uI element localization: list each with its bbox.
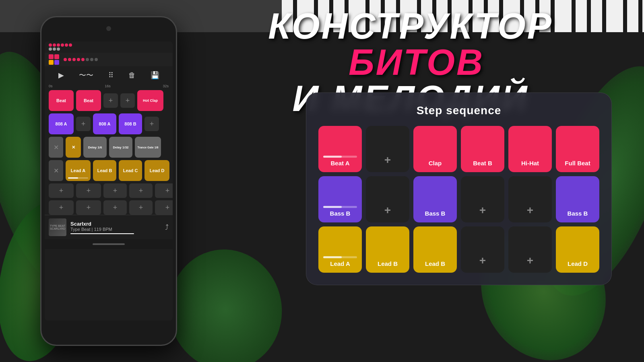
- loop-block-lead-c[interactable]: Lead C: [119, 160, 142, 181]
- add-loop-button[interactable]: +: [129, 200, 153, 215]
- add-loop-button[interactable]: +: [129, 183, 153, 198]
- pattern-indicator-dot: [77, 58, 80, 61]
- step-cell-bass-b-c[interactable]: Bass B: [556, 176, 599, 222]
- status-dot: [57, 43, 60, 47]
- pattern-indicator-dot: [81, 58, 85, 61]
- track-details: Type Beat | 119 BPM: [70, 227, 161, 232]
- track-thumbnail: TYPE BEAT SCARLXRD: [49, 218, 66, 236]
- plus-icon: +: [479, 204, 486, 217]
- step-cell-add-1[interactable]: +: [366, 126, 409, 172]
- loop-row-add2: + + + + +: [49, 200, 169, 215]
- loop-block-beat-b[interactable]: Beat: [76, 90, 101, 111]
- step-cell-label: Lead B: [378, 260, 398, 267]
- step-cell-add-4[interactable]: +: [508, 176, 552, 222]
- step-cell-label: Beat A: [331, 160, 350, 167]
- pattern-indicator-dot: [68, 58, 71, 61]
- pattern-indicator-dot: [90, 58, 93, 61]
- step-cell-label: Lead A: [330, 260, 350, 267]
- loop-add-button[interactable]: +: [120, 93, 135, 108]
- pattern-cell: [49, 60, 54, 65]
- step-cell-label: Lead D: [568, 260, 588, 267]
- step-cell-label: Bass B: [568, 210, 588, 217]
- home-bar: [93, 243, 125, 245]
- timeline-32s: 32s: [163, 84, 169, 88]
- pattern-cell: [54, 60, 59, 65]
- status-dot: [49, 47, 52, 51]
- pattern-indicator-dot: [95, 58, 98, 61]
- grid-icon[interactable]: ⠿: [108, 71, 114, 80]
- step-cell-bass-b-b[interactable]: Bass B: [413, 176, 457, 222]
- loop-block-lead-b[interactable]: Lead B: [93, 160, 116, 181]
- loop-block-808a[interactable]: 808 A: [49, 113, 74, 134]
- step-cell-add-6[interactable]: +: [508, 226, 552, 273]
- status-dot: [61, 43, 64, 47]
- loop-block-delay2[interactable]: Delay 1/32: [109, 137, 132, 158]
- step-cell-lead-b-2[interactable]: Lead B: [413, 226, 457, 273]
- step-sequence-grid: Beat A + Clap Beat B Hi-Hat Full Beat Ba…: [318, 126, 599, 273]
- step-cell-lead-d[interactable]: Lead D: [556, 226, 599, 273]
- step-cell-label: Lead B: [425, 260, 445, 267]
- step-cell-add-2[interactable]: +: [366, 176, 409, 222]
- status-dot: [65, 43, 68, 47]
- phone-camera: [106, 26, 111, 31]
- loop-block-trance[interactable]: Trance Gate 1/8: [135, 137, 161, 158]
- cell-volume-slider: [323, 206, 357, 208]
- title-line1: КОНСТРУКТОР БИТОВ: [201, 8, 620, 80]
- phone-timeline: 0s 16s 32s: [45, 84, 173, 90]
- step-cell-add-3[interactable]: +: [461, 176, 504, 222]
- step-cell-lead-b-1[interactable]: Lead B: [366, 226, 409, 273]
- loop-block-hot-clap[interactable]: Hot Clap: [137, 90, 163, 111]
- status-dot: [49, 43, 52, 47]
- status-dot: [53, 47, 56, 51]
- waves-icon[interactable]: 〜〜: [79, 70, 93, 80]
- save-icon[interactable]: 💾: [151, 71, 159, 80]
- loop-block-x-active[interactable]: ✕: [66, 137, 81, 158]
- loop-block-808a2[interactable]: 808 A: [93, 113, 116, 134]
- loop-add-button[interactable]: +: [103, 93, 118, 108]
- pattern-indicator-dot: [72, 58, 76, 61]
- add-loop-button[interactable]: +: [49, 200, 74, 215]
- step-cell-beat-a[interactable]: Beat A: [318, 126, 362, 172]
- add-loop-button[interactable]: +: [155, 200, 173, 215]
- step-cell-label: Beat B: [473, 160, 492, 167]
- status-dot: [53, 43, 56, 47]
- play-icon[interactable]: ▶: [58, 71, 64, 80]
- phone-toolbar: ▶ 〜〜 ⠿ 🗑 💾: [45, 66, 173, 84]
- add-loop-button[interactable]: +: [49, 183, 74, 198]
- step-cell-clap[interactable]: Clap: [413, 126, 457, 172]
- add-loop-button[interactable]: +: [103, 200, 127, 215]
- phone-home-bar: [45, 239, 173, 249]
- step-cell-label: Clap: [429, 160, 442, 167]
- status-dot: [69, 43, 72, 47]
- loop-x-button[interactable]: ✕: [49, 137, 63, 158]
- loop-block-lead-d[interactable]: Lead D: [144, 160, 169, 181]
- track-artist-name: Scarlxrd: [70, 221, 161, 227]
- step-cell-add-5[interactable]: +: [461, 226, 504, 273]
- loop-block-beat-a[interactable]: Beat: [49, 90, 74, 111]
- step-cell-full-beat[interactable]: Full Beat: [556, 126, 599, 172]
- step-cell-lead-a[interactable]: Lead A: [318, 226, 362, 273]
- step-cell-hihat[interactable]: Hi-Hat: [508, 126, 552, 172]
- cell-volume-slider: [323, 256, 357, 258]
- add-loop-button[interactable]: +: [155, 183, 173, 198]
- loop-block-delay1[interactable]: Delay 1/6: [83, 137, 107, 158]
- add-loop-button[interactable]: +: [103, 183, 127, 198]
- loop-x-button[interactable]: ✕: [49, 160, 63, 181]
- step-cell-label: Bass B: [425, 210, 446, 217]
- phone-pattern-header: [45, 53, 173, 66]
- add-loop-button[interactable]: +: [76, 183, 101, 198]
- loop-add-button[interactable]: +: [76, 117, 91, 131]
- pattern-cell: [54, 54, 59, 59]
- step-cell-bass-b-a[interactable]: Bass B: [318, 176, 362, 222]
- add-loop-button[interactable]: +: [76, 200, 101, 215]
- export-icon[interactable]: ⤴: [165, 223, 169, 232]
- step-cell-beat-b[interactable]: Beat B: [461, 126, 504, 172]
- loop-row-beat: Beat Beat + + Hot Clap: [49, 90, 169, 111]
- trash-icon[interactable]: 🗑: [128, 71, 136, 80]
- loop-block-lead-a[interactable]: Lead A: [66, 160, 91, 181]
- title-text-bitov: БИТОВ: [349, 42, 484, 82]
- loop-add-button[interactable]: +: [144, 117, 159, 131]
- phone-status-bar: [45, 41, 173, 53]
- loop-block-808b[interactable]: 808 B: [119, 113, 142, 134]
- plus-icon: +: [527, 204, 533, 217]
